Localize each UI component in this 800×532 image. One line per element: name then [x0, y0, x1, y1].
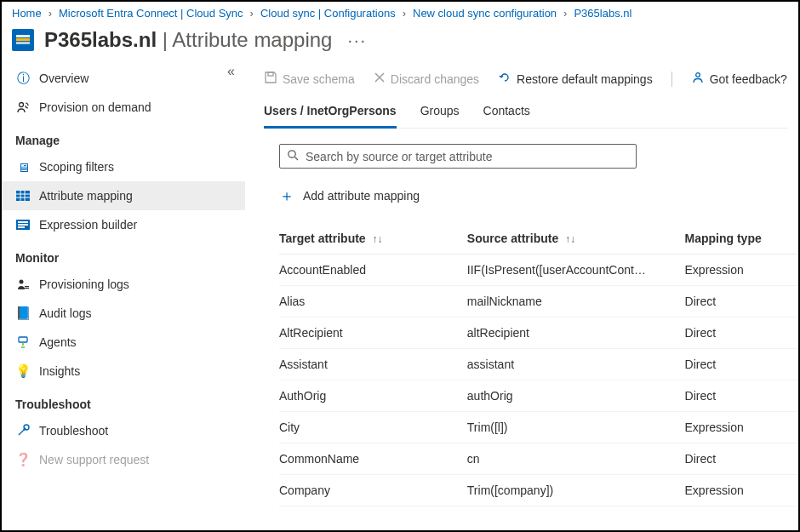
sidebar-item-expression-builder[interactable]: Expression builder [2, 210, 245, 239]
table-row[interactable]: AccountEnabledIIF(IsPresent([userAccount… [279, 255, 798, 286]
save-icon [264, 71, 277, 87]
toolbar: Save schema Discard changes Restore defa… [264, 64, 788, 99]
sidebar-item-audit-logs[interactable]: 📘 Audit logs [2, 299, 245, 328]
support-icon: ❓ [15, 452, 31, 467]
column-label: Target attribute [279, 232, 366, 245]
table-row[interactable]: AliasmailNicknameDirect [279, 286, 798, 317]
page-title: P365labs.nl | Attribute mapping [44, 28, 332, 52]
page-title-sub: Attribute mapping [172, 28, 332, 51]
sidebar-group-manage: Manage [2, 122, 245, 152]
sidebar-item-label: Insights [39, 364, 80, 378]
discard-changes-button[interactable]: Discard changes [374, 72, 479, 86]
table-row[interactable]: AuthOrigauthOrigDirect [279, 380, 798, 412]
cell-source: Trim([company]) [467, 475, 685, 506]
cell-type: Expression [685, 255, 798, 286]
svg-rect-18 [268, 72, 273, 76]
sort-icon[interactable]: ↑↓ [565, 233, 575, 245]
cell-target: City [279, 412, 467, 443]
feedback-icon [691, 71, 705, 87]
table-row[interactable]: CityTrim([l])Expression [279, 412, 798, 443]
sidebar-item-label: Agents [39, 335, 77, 349]
attribute-mapping-table: Target attribute ↑↓ Source attribute ↑↓ … [279, 225, 798, 506]
cell-source: IIF(IsPresent([userAccountCont… [467, 255, 685, 286]
sidebar-item-attribute-mapping[interactable]: Attribute mapping [2, 181, 245, 210]
table-row[interactable]: AssistantassistantDirect [279, 349, 798, 380]
svg-rect-2 [16, 38, 30, 41]
sidebar-item-label: Expression builder [39, 218, 137, 232]
page-header: P365labs.nl | Attribute mapping ··· [2, 25, 798, 59]
cell-target: AuthOrig [279, 380, 467, 412]
crumb-home[interactable]: Home [12, 7, 42, 20]
breadcrumb: Home › Microsoft Entra Connect | Cloud S… [2, 2, 798, 25]
button-label: Add attribute mapping [303, 189, 420, 203]
sidebar-item-label: Audit logs [39, 306, 91, 320]
sidebar-item-insights[interactable]: 💡 Insights [2, 357, 245, 386]
tab-users-inetorgpersons[interactable]: Users / InetOrgPersons [264, 99, 397, 129]
save-schema-button[interactable]: Save schema [264, 71, 355, 87]
sidebar-item-agents[interactable]: Agents [2, 328, 245, 357]
svg-rect-17 [19, 337, 27, 342]
cell-type: Expression [685, 412, 798, 443]
column-header-type[interactable]: Mapping type [685, 225, 798, 255]
restore-default-mappings-button[interactable]: Restore default mappings [498, 71, 653, 87]
cell-type: Direct [685, 380, 798, 412]
sidebar-item-label: Troubleshoot [39, 424, 108, 438]
cell-target: AccountEnabled [279, 255, 467, 286]
sort-icon[interactable]: ↑↓ [373, 233, 383, 245]
collapse-sidebar-button[interactable]: « [227, 64, 235, 79]
sidebar-item-label: Provision on demand [39, 100, 151, 114]
button-label: Got feedback? [710, 72, 787, 86]
info-icon: ⓘ [15, 71, 31, 86]
search-input[interactable] [306, 150, 629, 163]
sidebar-item-new-support-request[interactable]: ❓ New support request [2, 445, 245, 474]
close-icon [374, 72, 386, 86]
main-content: Save schema Discard changes Restore defa… [245, 59, 798, 521]
sidebar: « ⓘ Overview Provision on demand Manage … [2, 59, 245, 521]
sidebar-item-overview[interactable]: ⓘ Overview [2, 64, 245, 93]
book-icon: 📘 [15, 306, 31, 321]
search-icon [287, 149, 299, 163]
page-title-main: P365labs.nl [44, 28, 157, 51]
add-attribute-mapping-button[interactable]: ＋ Add attribute mapping [279, 186, 420, 206]
cell-source: cn [467, 443, 685, 475]
button-label: Restore default mappings [517, 72, 653, 86]
table-row[interactable]: CommonNamecnDirect [279, 443, 798, 475]
table-row[interactable]: AltRecipientaltRecipientDirect [279, 317, 798, 349]
monitor-icon: 🖥 [15, 159, 31, 174]
tab-contacts[interactable]: Contacts [483, 99, 530, 128]
svg-point-4 [20, 103, 24, 107]
sidebar-item-label: Scoping filters [39, 160, 114, 174]
sidebar-item-scoping-filters[interactable]: 🖥 Scoping filters [2, 152, 245, 181]
cell-source: mailNickname [467, 286, 685, 317]
sidebar-item-troubleshoot[interactable]: Troubleshoot [2, 416, 245, 445]
crumb-new-config[interactable]: New cloud sync configuration [413, 7, 557, 20]
table-row[interactable]: CompanyTrim([company])Expression [279, 475, 798, 506]
button-label: Save schema [283, 72, 355, 86]
sidebar-item-provisioning-logs[interactable]: Provisioning logs [2, 270, 245, 299]
tabs: Users / InetOrgPersons Groups Contacts [264, 99, 788, 129]
got-feedback-button[interactable]: Got feedback? [691, 71, 787, 87]
cell-target: CommonName [279, 443, 467, 475]
search-box[interactable] [279, 144, 637, 169]
plus-icon: ＋ [279, 186, 294, 206]
more-button[interactable]: ··· [347, 31, 367, 50]
column-header-target[interactable]: Target attribute ↑↓ [279, 225, 467, 255]
toolbar-divider [671, 72, 672, 87]
cell-source: Trim([l]) [467, 412, 685, 443]
chevron-right-icon: › [250, 7, 254, 20]
cell-source: assistant [467, 349, 685, 380]
svg-rect-16 [25, 288, 29, 289]
svg-point-19 [695, 73, 700, 77]
tab-groups[interactable]: Groups [420, 99, 460, 128]
column-header-source[interactable]: Source attribute ↑↓ [467, 225, 685, 255]
svg-rect-13 [18, 226, 25, 228]
crumb-entra-connect[interactable]: Microsoft Entra Connect | Cloud Sync [59, 7, 243, 20]
lightbulb-icon: 💡 [15, 363, 31, 379]
crumb-p365labs[interactable]: P365labs.nl [574, 7, 631, 20]
column-label: Source attribute [467, 232, 558, 245]
crumb-configurations[interactable]: Cloud sync | Configurations [260, 7, 396, 20]
sidebar-item-label: Provisioning logs [39, 277, 129, 291]
sidebar-item-provision-on-demand[interactable]: Provision on demand [2, 93, 245, 122]
chevron-right-icon: › [49, 7, 52, 20]
svg-line-21 [295, 157, 299, 161]
